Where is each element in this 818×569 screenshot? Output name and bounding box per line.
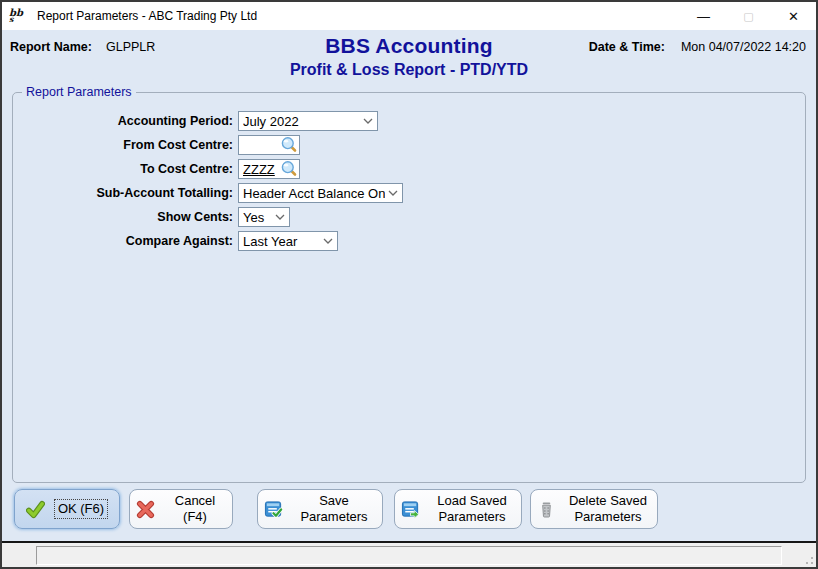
chevron-down-icon [385,185,401,201]
accounting-period-select[interactable]: July 2022 [238,111,378,131]
chevron-down-icon [360,113,376,129]
save-list-icon [264,500,283,519]
x-icon [136,500,155,519]
load-list-icon [401,500,420,519]
to-cost-centre-input[interactable]: ZZZZ [238,159,300,179]
chevron-down-icon [272,209,288,225]
ok-button[interactable]: OK (F6) [14,489,120,529]
compare-against-select[interactable]: Last Year [238,231,338,251]
date-time-label: Date & Time: [589,40,665,54]
resize-grip[interactable] [804,555,814,565]
close-button[interactable]: ✕ [771,2,816,30]
row-accounting-period: Accounting Period: July 2022 [13,111,805,131]
from-cost-centre-label: From Cost Centre: [13,138,233,152]
report-title: Profit & Loss Report - PTD/YTD [2,61,816,79]
show-cents-label: Show Cents: [13,210,233,224]
row-sub-account-totalling: Sub-Account Totalling: Header Acct Balan… [13,183,805,203]
from-cost-centre-input[interactable] [238,135,300,155]
compare-against-label: Compare Against: [13,234,233,248]
search-icon[interactable] [280,160,298,178]
maximize-button: ▢ [726,2,771,30]
window-title: Report Parameters - ABC Trading Pty Ltd [37,9,257,23]
status-bar [2,543,816,567]
save-parameters-button[interactable]: Save Parameters [257,489,383,529]
to-cost-centre-label: To Cost Centre: [13,162,233,176]
accounting-period-label: Accounting Period: [13,114,233,128]
check-icon [26,500,45,519]
group-label: Report Parameters [22,85,136,99]
date-time: Date & Time:Mon 04/07/2022 14:20 [589,40,806,54]
row-to-cost-centre: To Cost Centre: ZZZZ [13,159,805,179]
row-from-cost-centre: From Cost Centre: [13,135,805,155]
titlebar[interactable]: bb s Report Parameters - ABC Trading Pty… [2,2,816,30]
date-time-value: Mon 04/07/2022 14:20 [681,40,806,54]
show-cents-select[interactable]: Yes [238,207,290,227]
window-controls: — ▢ ✕ [681,2,816,30]
app-logo-icon: bb s [9,6,31,26]
chevron-down-icon [320,233,336,249]
sub-account-totalling-label: Sub-Account Totalling: [13,186,233,200]
status-message-panel [36,546,782,565]
row-show-cents: Show Cents: Yes [13,207,805,227]
load-saved-parameters-button[interactable]: Load Saved Parameters [394,489,522,529]
delete-saved-parameters-button[interactable]: Delete Saved Parameters [530,489,658,529]
sub-account-totalling-select[interactable]: Header Acct Balance Only [238,183,403,203]
report-parameters-window: bb s Report Parameters - ABC Trading Pty… [0,0,818,569]
trash-icon [537,500,556,519]
report-parameters-group: Report Parameters Accounting Period: Jul… [12,92,806,483]
search-icon[interactable] [280,136,298,154]
minimize-button[interactable]: — [681,2,726,30]
cancel-button[interactable]: Cancel (F4) [129,489,233,529]
row-compare-against: Compare Against: Last Year [13,231,805,251]
